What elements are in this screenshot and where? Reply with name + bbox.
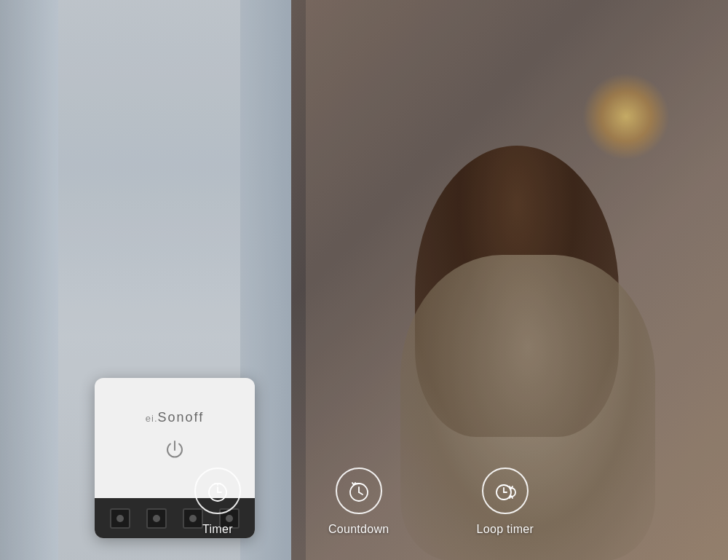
loop-timer-item[interactable]: Loop timer [433, 468, 578, 536]
timer-label: Timer [202, 523, 233, 536]
timer-icon [205, 478, 231, 504]
loop-timer-label: Loop timer [477, 523, 534, 536]
svg-line-7 [359, 492, 363, 494]
timer-item[interactable]: Timer [151, 468, 285, 536]
timer-icon-circle [194, 468, 241, 514]
lamp-glow [582, 73, 670, 160]
countdown-item[interactable]: Countdown [285, 468, 433, 536]
loop-timer-icon [492, 478, 518, 504]
loop-timer-icon-circle [482, 468, 529, 514]
countdown-label: Countdown [328, 523, 389, 536]
bottom-icon-tray: Timer Countdown [0, 443, 728, 560]
device-logo-small: ei.Sonoff [146, 410, 204, 425]
countdown-icon [346, 478, 372, 504]
countdown-icon-circle [336, 468, 382, 514]
